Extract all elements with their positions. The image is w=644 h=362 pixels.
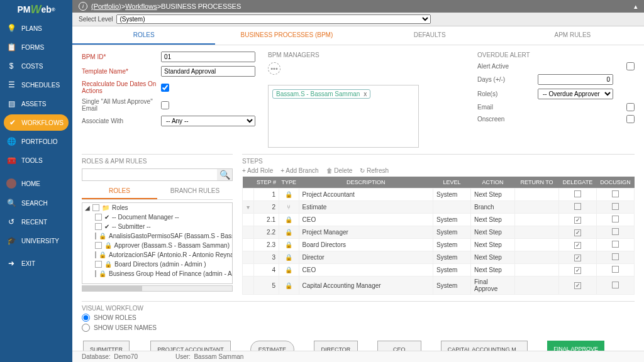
level-select[interactable]: (System) — [116, 14, 431, 24]
nav-icon: 🔍 — [6, 199, 16, 207]
onscreen-checkbox[interactable] — [626, 115, 635, 123]
nav-icon: 🌐 — [6, 137, 16, 146]
nav-icon: 💡 — [6, 24, 16, 33]
step-row[interactable]: 4🔒CEOSystemNext Step — [243, 264, 635, 277]
status-bar: Database: Demo70 User: Bassam Samman — [72, 351, 644, 362]
associate-label: Associate With — [82, 118, 157, 124]
tree-item[interactable]: 🔒Business Group Head of Finance (admin -… — [82, 269, 232, 278]
steps-panel: STEPS + Add Role + Add Branch 🗑 Delete ↻… — [242, 154, 635, 295]
nav-portfolio[interactable]: 🌐PORTFOLIO — [0, 132, 72, 151]
tab-bpm[interactable]: BUSINESS PROCESSES (BPM) — [215, 26, 358, 45]
overdue-col: OVERDUE ALERT Alert Active Days (+/-) Ro… — [477, 52, 635, 148]
search-icon[interactable]: 🔍 — [217, 169, 232, 180]
tree-item[interactable]: ✔-- Submitter -- — [82, 222, 232, 231]
add-role-button[interactable]: + Add Role — [242, 167, 273, 174]
th-type: TYPE — [279, 177, 299, 189]
nav-icon: ↺ — [6, 217, 16, 226]
tab-apm[interactable]: APM RULES — [501, 26, 644, 45]
refresh-button[interactable]: ↻ Refresh — [360, 167, 389, 174]
single-approve-checkbox[interactable] — [161, 101, 169, 109]
template-name-input[interactable] — [161, 66, 255, 77]
overdue-roles-select[interactable]: -- Overdue Approver -- — [538, 89, 613, 99]
nav-icon: 📋 — [6, 43, 16, 52]
email-label: Email — [477, 104, 534, 111]
tree-item[interactable]: 🔒Board Directors (admin - Admin ) — [82, 260, 232, 269]
roles-panel: ROLES & APM RULES 🔍 ROLES BRANCH RULES ◢… — [82, 154, 233, 295]
nav-assets[interactable]: ▤ASSETS — [0, 94, 72, 113]
tab-defaults[interactable]: DEFAULTS — [358, 26, 501, 45]
crumb-portfolio[interactable]: (Portfolio) — [91, 3, 121, 10]
subtab-branch[interactable]: BRANCH RULES — [157, 184, 233, 199]
show-roles-radio[interactable] — [82, 314, 90, 322]
associate-select[interactable]: -- Any -- — [161, 116, 255, 126]
tree-root[interactable]: ◢📁Roles — [82, 203, 232, 212]
nav-costs[interactable]: $COSTS — [0, 57, 72, 75]
th-level: LEVEL — [433, 177, 471, 189]
subtab-roles[interactable]: ROLES — [82, 184, 157, 199]
nav-icon: ☰ — [6, 80, 16, 89]
recalc-checkbox[interactable] — [161, 84, 169, 92]
template-name-label: Template Name* — [82, 68, 157, 75]
nav-label: SCHEDULES — [21, 82, 60, 89]
single-approve-label: Single "All Must Approve" Email — [82, 98, 157, 112]
step-row[interactable]: 5🔒Capital Accounting ManagerSystemFinal … — [243, 277, 635, 295]
step-row[interactable]: 2.3🔒Board DirectorsSystemNext Step — [243, 239, 635, 251]
tree-scrollbar[interactable] — [82, 285, 233, 292]
nav-recent[interactable]: ↺RECENT — [0, 212, 72, 231]
bpm-id-label: BPM ID* — [82, 53, 157, 60]
collapse-icon[interactable]: ▴ — [634, 3, 638, 11]
nav-label: FORMS — [21, 44, 44, 51]
roles-tree[interactable]: ◢📁Roles ✔-- Document Manager --✔-- Submi… — [82, 202, 233, 284]
nav-icon: $ — [6, 62, 16, 70]
onscreen-label: Onscreen — [477, 116, 534, 123]
nav-label: EXIT — [21, 260, 35, 267]
steps-title: STEPS — [242, 158, 263, 165]
level-label: Select Level — [79, 16, 113, 23]
step-row[interactable]: 2.1🔒CEOSystemNext Step — [243, 214, 635, 226]
nav-tools[interactable]: 🧰TOOLS — [0, 151, 72, 170]
overdue-title: OVERDUE ALERT — [477, 52, 635, 58]
tree-item[interactable]: 🔒AnalisisGastoPermisoSAF (Bassam.S - Bas… — [82, 231, 232, 241]
add-manager-button[interactable]: ••• — [268, 62, 280, 75]
crumb-workflows[interactable]: Workflows — [125, 3, 157, 10]
step-row[interactable]: ▾2⑂EstimateBranch — [243, 201, 635, 214]
show-users-radio[interactable] — [82, 324, 90, 332]
logo-r: ® — [52, 7, 55, 13]
remove-manager-icon[interactable]: x — [364, 90, 367, 97]
info-icon[interactable]: i — [79, 2, 87, 11]
bpm-id-input[interactable] — [161, 52, 255, 62]
user-value: Bassam Samman — [194, 353, 243, 360]
email-checkbox[interactable] — [626, 103, 635, 111]
nav-plans[interactable]: 💡PLANS — [0, 19, 72, 38]
delete-button[interactable]: 🗑 Delete — [326, 167, 353, 174]
step-row[interactable]: 2.2🔒Project ManagerSystemNext Step — [243, 226, 635, 239]
days-label: Days (+/-) — [477, 76, 534, 83]
days-input[interactable] — [538, 74, 613, 85]
step-row[interactable]: 3🔒DirectorSystemNext Step — [243, 251, 635, 264]
managers-title: BPM MANAGERS — [268, 52, 419, 58]
crumb-current: BUSINESS PROCESSES — [161, 3, 241, 10]
tab-roles[interactable]: ROLES — [72, 26, 215, 45]
roles-search: 🔍 — [82, 168, 233, 181]
nav-workflows[interactable]: ✔WORKFLOWS — [4, 114, 69, 131]
nav-search[interactable]: 🔍SEARCH — [0, 194, 72, 212]
nav-forms[interactable]: 📋FORMS — [0, 38, 72, 57]
nav-label: WORKFLOWS — [21, 119, 64, 126]
nav-schedules[interactable]: ☰SCHEDULES — [0, 75, 72, 94]
nav-exit[interactable]: ➜EXIT — [0, 254, 72, 273]
db-value: Demo70 — [114, 353, 138, 360]
step-row[interactable]: 1🔒Project AccountantSystemNext Step — [243, 189, 635, 201]
nav-home[interactable]: HOME — [0, 173, 72, 194]
roles-search-input[interactable] — [82, 169, 217, 180]
tree-item[interactable]: ✔-- Document Manager -- — [82, 212, 232, 222]
manager-chip-label: Bassam.S - Bassam Samman — [276, 90, 360, 97]
tree-item[interactable]: 🔒AutorizacionSAF (Antonio.R - Antonio Re… — [82, 250, 232, 260]
add-branch-button[interactable]: + Add Branch — [280, 167, 318, 174]
nav-university[interactable]: 🎓UNIVERSITY — [0, 231, 72, 250]
user-label: User: — [175, 353, 191, 360]
nav-icon: ➜ — [6, 259, 16, 268]
tree-item[interactable]: 🔒Approver (Bassam.S - Bassam Samman) — [82, 241, 232, 250]
alert-active-checkbox[interactable] — [626, 62, 635, 70]
th-return: RETURN TO — [515, 177, 559, 189]
breadcrumb-bar: i (Portfolio) > Workflows > BUSINESS PRO… — [72, 0, 644, 13]
